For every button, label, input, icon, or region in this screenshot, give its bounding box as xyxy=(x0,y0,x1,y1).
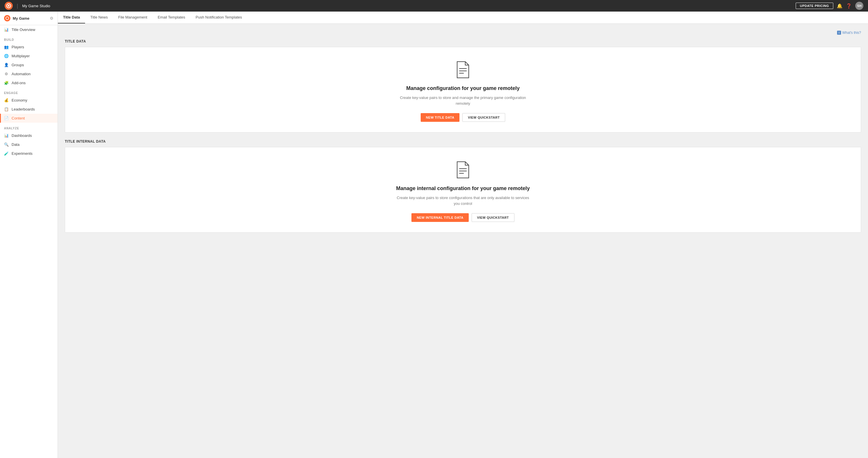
view-quickstart-internal-button[interactable]: VIEW QUICKSTART xyxy=(472,213,515,222)
title-internal-data-card-title: Manage internal configuration for your g… xyxy=(396,185,530,191)
new-internal-title-data-button[interactable]: NEW INTERNAL TITLE DATA xyxy=(411,213,468,222)
title-internal-data-card-desc: Create key-value pairs to store configur… xyxy=(394,195,532,206)
topbar-divider: | xyxy=(17,3,18,9)
sidebar-item-label: Players xyxy=(11,45,24,49)
sidebar-item-automation[interactable]: ⚙ Automation xyxy=(0,69,58,79)
sidebar-item-label: Multiplayer xyxy=(11,54,30,58)
tab-bar: Title Data Title News File Management Em… xyxy=(58,11,868,24)
title-data-card-title: Manage configuration for your game remot… xyxy=(406,85,520,91)
user-avatar[interactable]: SH xyxy=(855,2,863,10)
sidebar-item-label: Data xyxy=(11,142,20,147)
automation-icon: ⚙ xyxy=(4,72,9,76)
sidebar-game-header: My Game ⚙ xyxy=(0,11,58,25)
sidebar-item-label: Experiments xyxy=(11,151,32,156)
sidebar-item-label: Leaderboards xyxy=(11,107,35,112)
title-internal-data-card-icon xyxy=(456,161,470,180)
sidebar-game-info: My Game xyxy=(4,15,30,22)
sidebar-item-title-overview[interactable]: 📊 Title Overview xyxy=(0,25,58,34)
groups-icon: 👤 xyxy=(4,63,9,67)
whats-this-link[interactable]: i What's this? xyxy=(837,31,861,35)
sidebar-item-dashboards[interactable]: 📊 Dashboards xyxy=(0,131,58,140)
sidebar-section-build: BUILD xyxy=(0,34,58,42)
document-icon xyxy=(456,61,470,79)
tab-title-data[interactable]: Title Data xyxy=(58,11,85,24)
leaderboards-icon: 📋 xyxy=(4,107,9,112)
document-icon-2 xyxy=(456,161,470,179)
topbar-studio-name: My Game Studio xyxy=(22,4,50,8)
title-internal-data-card-actions: NEW INTERNAL TITLE DATA VIEW QUICKSTART xyxy=(411,213,514,222)
sidebar-item-addons[interactable]: 🧩 Add-ons xyxy=(0,79,58,87)
tab-push-notification-templates[interactable]: Push Notification Templates xyxy=(190,11,247,24)
sidebar-item-content[interactable]: 📄 Content xyxy=(0,114,58,123)
gear-icon[interactable]: ⚙ xyxy=(50,16,54,21)
content-area: Title Data Title News File Management Em… xyxy=(58,11,868,458)
topbar: | My Game Studio UPDATE PRICING 🔔 ❓ SH xyxy=(0,0,868,11)
title-internal-data-section-title: TITLE INTERNAL DATA xyxy=(65,140,861,144)
sidebar-item-label: Content xyxy=(11,116,25,120)
title-data-section-title: TITLE DATA xyxy=(65,39,861,43)
info-icon: i xyxy=(837,31,841,35)
players-icon: 👥 xyxy=(4,45,9,49)
addons-icon: 🧩 xyxy=(4,81,9,85)
tab-email-templates[interactable]: Email Templates xyxy=(153,11,190,24)
multiplayer-icon: 🌐 xyxy=(4,54,9,58)
title-data-card-actions: NEW TITLE DATA VIEW QUICKSTART xyxy=(421,113,505,122)
sidebar-item-label: Economy xyxy=(11,98,27,102)
sidebar: My Game ⚙ 📊 Title Overview BUILD 👥 Playe… xyxy=(0,11,58,458)
sidebar-item-label: Automation xyxy=(11,72,31,76)
sidebar-item-label: Title Overview xyxy=(11,28,35,32)
bell-icon[interactable]: 🔔 xyxy=(837,3,842,9)
sidebar-game-name: My Game xyxy=(13,16,30,21)
tab-title-news[interactable]: Title News xyxy=(85,11,113,24)
new-title-data-button[interactable]: NEW TITLE DATA xyxy=(421,113,460,122)
svg-point-2 xyxy=(8,5,9,7)
tab-file-management[interactable]: File Management xyxy=(113,11,152,24)
title-data-card: Manage configuration for your game remot… xyxy=(65,47,861,132)
topbar-right: UPDATE PRICING 🔔 ❓ SH xyxy=(796,2,863,10)
sidebar-section-analyze: ANALYZE xyxy=(0,123,58,131)
sidebar-item-experiments[interactable]: 🧪 Experiments xyxy=(0,149,58,158)
view-quickstart-button[interactable]: VIEW QUICKSTART xyxy=(462,113,505,122)
update-pricing-button[interactable]: UPDATE PRICING xyxy=(796,3,833,9)
title-internal-data-card: Manage internal configuration for your g… xyxy=(65,147,861,233)
dashboards-icon: 📊 xyxy=(4,133,9,138)
sidebar-item-players[interactable]: 👥 Players xyxy=(0,42,58,52)
sidebar-item-economy[interactable]: 💰 Economy xyxy=(0,96,58,105)
sidebar-item-label: Groups xyxy=(11,63,24,67)
sidebar-item-data[interactable]: 🔍 Data xyxy=(0,140,58,149)
main-layout: My Game ⚙ 📊 Title Overview BUILD 👥 Playe… xyxy=(0,11,868,458)
sidebar-item-label: Dashboards xyxy=(11,133,32,138)
sidebar-item-multiplayer[interactable]: 🌐 Multiplayer xyxy=(0,52,58,60)
sidebar-item-label: Add-ons xyxy=(11,81,26,85)
topbar-left: | My Game Studio xyxy=(5,2,50,10)
economy-icon: 💰 xyxy=(4,98,9,102)
title-overview-icon: 📊 xyxy=(4,28,9,32)
experiments-icon: 🧪 xyxy=(4,151,9,156)
title-data-card-icon xyxy=(456,61,470,80)
sidebar-item-groups[interactable]: 👤 Groups xyxy=(0,60,58,69)
content-icon: 📄 xyxy=(4,116,9,120)
game-icon-inner xyxy=(5,17,9,20)
help-icon[interactable]: ❓ xyxy=(846,3,852,9)
sidebar-section-engage: ENGAGE xyxy=(0,87,58,96)
page-content: i What's this? TITLE DATA Manage configu xyxy=(58,24,868,458)
data-icon: 🔍 xyxy=(4,142,9,147)
game-icon xyxy=(4,15,10,22)
playfab-logo-icon xyxy=(5,2,13,10)
whats-this-bar: i What's this? xyxy=(65,31,861,35)
sidebar-item-leaderboards[interactable]: 📋 Leaderboards xyxy=(0,105,58,114)
title-data-card-desc: Create key-value pairs to store and mana… xyxy=(394,95,532,106)
